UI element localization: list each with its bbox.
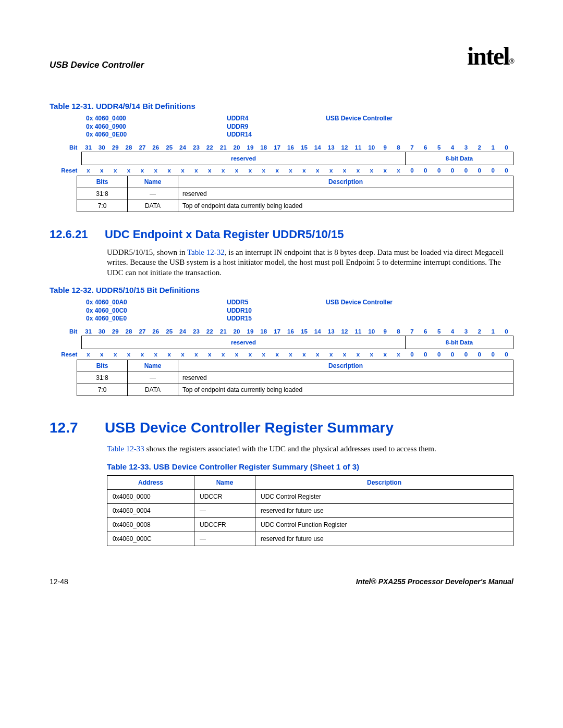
table-row: 31:8 — reserved xyxy=(77,372,513,384)
table-row: 7:0 DATA Top of endpoint data currently … xyxy=(77,200,513,212)
table-33-title: Table 12-33. USB Device Controller Regis… xyxy=(107,462,513,471)
table-row: 31:8 — reserved xyxy=(77,188,513,200)
reg-names: UDDR5 UDDR10 UDDR15 xyxy=(227,299,326,323)
controller-name: USB Device Controller xyxy=(326,299,513,323)
page-header: USB Device Controller intel® xyxy=(50,42,513,70)
table-32-title: Table 12-32. UDDR5/10/15 Bit Definitions xyxy=(50,286,513,294)
section-12-7-heading: 12.7USB Device Controller Register Summa… xyxy=(50,419,513,436)
addresses: 0x 4060_00A0 0x 4060_00C0 0x 4060_00E0 xyxy=(86,299,227,323)
addresses: 0x 4060_0400 0x 4060_0900 0x 4060_0E00 xyxy=(86,115,227,139)
table-ref-link[interactable]: Table 12-32 xyxy=(187,248,225,256)
header-title: USB Device Controller xyxy=(50,60,144,70)
controller-name: USB Device Controller xyxy=(326,115,513,139)
table-ref-link[interactable]: Table 12-33 xyxy=(107,445,144,453)
field-reserved: reserved xyxy=(81,336,405,349)
field-8bit-data: 8-bit Data xyxy=(405,336,513,349)
table-row: 0x4060_000C — reserved for future use xyxy=(107,532,513,546)
table-32-desc: Bits Name Description 31:8 — reserved 7:… xyxy=(77,360,513,396)
section-12-7-text: Table 12-33 shows the registers associat… xyxy=(107,444,513,454)
table-31-reg-header: 0x 4060_0400 0x 4060_0900 0x 4060_0E00 U… xyxy=(86,115,513,139)
page-footer: 12-48 Intel® PXA255 Processor Developer'… xyxy=(50,577,513,586)
section-12-6-21-heading: 12.6.21UDC Endpoint x Data Register UDDR… xyxy=(50,228,513,241)
section-12-6-21-text: UDDR5/10/15, shown in Table 12-32, is an… xyxy=(107,248,513,278)
page-number: 12-48 xyxy=(50,577,68,586)
table-row: 0x4060_0000 UDCCR UDC Control Register xyxy=(107,489,513,503)
field-8bit-data: 8-bit Data xyxy=(405,152,513,165)
table-31-title: Table 12-31. UDDR4/9/14 Bit Definitions xyxy=(50,102,513,110)
table-31-desc: Bits Name Description 31:8 — reserved 7:… xyxy=(77,176,513,212)
table-31-bits: Bit 313029282726252423222120191817161514… xyxy=(50,143,513,176)
table-row: 7:0 DATA Top of endpoint data currently … xyxy=(77,384,513,396)
table-row: 0x4060_0008 UDCCFR UDC Control Function … xyxy=(107,517,513,532)
table-row: 0x4060_0004 — reserved for future use xyxy=(107,503,513,517)
reg-names: UDDR4 UDDR9 UDDR14 xyxy=(227,115,326,139)
field-reserved: reserved xyxy=(81,152,405,165)
table-32-reg-header: 0x 4060_00A0 0x 4060_00C0 0x 4060_00E0 U… xyxy=(86,299,513,323)
manual-title: Intel® PXA255 Processor Developer's Manu… xyxy=(356,577,513,586)
table-32-bits: Bit 313029282726252423222120191817161514… xyxy=(50,327,513,360)
intel-logo: intel® xyxy=(467,42,513,70)
table-33-summary: Address Name Description 0x4060_0000 UDC… xyxy=(107,475,513,546)
